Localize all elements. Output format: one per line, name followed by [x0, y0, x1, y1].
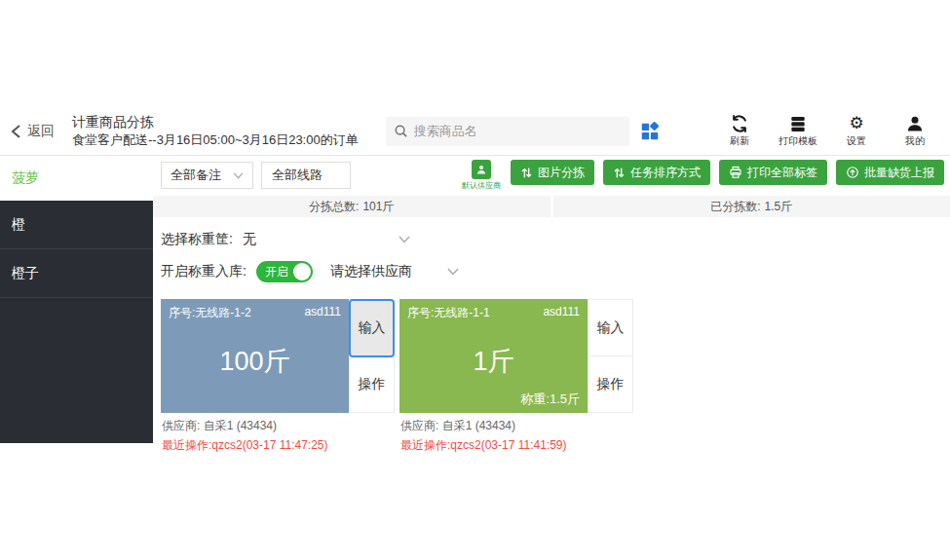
weigh-storage-label: 开启称重入库:: [161, 263, 247, 280]
profile-label: 我的: [905, 134, 925, 148]
basket-select[interactable]: 无: [243, 231, 410, 248]
main-content: 全部备注 全部线路 默认供应商: [153, 156, 950, 454]
basket-row: 选择称重筐: 无: [153, 228, 950, 251]
toolbar: 默认供应商 图片分拣 任务排序方式: [461, 160, 944, 191]
task-sort-mode-label: 任务排序方式: [630, 165, 701, 181]
filter-row: 全部备注 全部线路 默认供应商: [153, 156, 950, 195]
task-card: 序号:无线路-1-2 asd111 100斤 输入 操作 供应商: 自采1 (4…: [161, 299, 395, 454]
total-sorting-label: 分拣总数:: [309, 199, 359, 215]
task-sort-mode-button[interactable]: 任务排序方式: [603, 160, 710, 185]
refresh-icon: [730, 114, 749, 133]
print-all-labels-label: 打印全部标签: [747, 165, 817, 181]
remark-filter-value: 全部备注: [171, 167, 221, 184]
default-supplier-button[interactable]: 默认供应商: [461, 160, 502, 191]
page-subtitle: 食堂客户配送--3月16日05:00~3月16日23:00的订单: [72, 131, 359, 149]
chevron-down-icon: [399, 236, 410, 243]
default-supplier-label: 默认供应商: [462, 180, 501, 191]
gear-icon: ⚙: [849, 114, 863, 133]
sort-arrows-icon: [520, 167, 533, 179]
task-card-body[interactable]: 序号:无线路-1-2 asd111 100斤: [161, 299, 349, 413]
print-all-labels-button[interactable]: 打印全部标签: [719, 160, 827, 185]
remark-filter-select[interactable]: 全部备注: [161, 162, 253, 189]
toggle-on-label: 开启: [265, 264, 288, 280]
task-card: 序号:无线路-1-1 asd111 1斤 称重:1.5斤 输入 操作 供应商: …: [399, 299, 633, 454]
sidebar-dark-panel: 橙 橙子: [0, 201, 153, 443]
supplier-person-icon: [472, 160, 491, 179]
weigh-storage-row: 开启称重入库: 开启 请选择供应商: [153, 259, 950, 284]
card-buttons: 输入 操作: [588, 299, 633, 413]
page-title: 计重商品分拣: [72, 113, 359, 131]
card-quantity: 100斤: [161, 299, 349, 413]
settings-button[interactable]: ⚙ 设置: [835, 114, 878, 148]
basket-label: 选择称重筐:: [161, 231, 233, 248]
sorted-label: 已分拣数:: [710, 199, 760, 215]
sidebar-item-orange[interactable]: 橙: [0, 201, 153, 249]
route-filter-value: 全部线路: [272, 167, 323, 184]
supplier-select[interactable]: 请选择供应商: [330, 263, 459, 280]
card-footer: 供应商: 自采1 (43434) 最近操作:qzcs2(03-17 11:41:…: [399, 413, 633, 454]
report-circle-icon: [846, 166, 859, 179]
search-box[interactable]: [386, 117, 629, 146]
chevron-down-icon: [233, 172, 244, 179]
sidebar-item-label: 橙: [12, 216, 25, 234]
back-button[interactable]: 返回: [10, 123, 55, 140]
sort-arrows-icon: [613, 167, 626, 179]
sidebar-item-orange2[interactable]: 橙子: [0, 249, 153, 298]
top-header: 返回 计重商品分拣 食堂客户配送--3月16日05:00~3月16日23:00的…: [0, 107, 950, 156]
sidebar-item-label: 菠萝: [12, 169, 39, 187]
back-label: 返回: [27, 123, 55, 140]
chevron-down-icon: [447, 268, 459, 276]
card-last-operation: 最近操作:qzcs2(03-17 11:47:25): [162, 437, 395, 454]
action-button[interactable]: 操作: [349, 357, 395, 413]
sidebar-item-label: 橙子: [12, 265, 39, 282]
chevron-left-icon: [10, 124, 23, 139]
input-button[interactable]: 输入: [588, 299, 633, 356]
input-button[interactable]: 输入: [349, 299, 395, 357]
settings-label: 设置: [847, 134, 866, 148]
weigh-storage-toggle[interactable]: 开启: [256, 261, 313, 282]
total-sorting-value: 101斤: [362, 199, 394, 215]
search-icon: [394, 124, 408, 138]
refresh-button[interactable]: 刷新: [718, 114, 761, 148]
card-supplier: 供应商: 自采1 (43434): [400, 418, 633, 434]
printer-icon: [729, 166, 742, 179]
supplier-placeholder: 请选择供应商: [330, 263, 412, 280]
print-template-button[interactable]: 打印模板: [777, 114, 819, 148]
sorted-value: 1.5斤: [765, 199, 793, 215]
card-buttons: 输入 操作: [349, 299, 395, 413]
card-weighed-value: 称重:1.5斤: [520, 391, 580, 408]
apps-grid-icon[interactable]: [639, 121, 661, 142]
search-input[interactable]: [414, 124, 599, 138]
card-supplier: 供应商: 自采1 (43434): [162, 418, 395, 434]
card-footer: 供应商: 自采1 (43434) 最近操作:qzcs2(03-17 11:47:…: [161, 413, 395, 454]
print-template-label: 打印模板: [779, 134, 817, 148]
header-actions: 刷新 打印模板 ⚙ 设置 我的: [718, 114, 936, 148]
profile-button[interactable]: 我的: [893, 114, 936, 148]
person-icon: [905, 114, 925, 133]
basket-value: 无: [243, 231, 256, 248]
image-sorting-button[interactable]: 图片分拣: [511, 160, 594, 185]
bulk-outofstock-report-label: 批量缺货上报: [864, 165, 934, 181]
sorted-stat: 已分拣数: 1.5斤: [553, 196, 950, 217]
refresh-label: 刷新: [730, 134, 749, 148]
title-block: 计重商品分拣 食堂客户配送--3月16日05:00~3月16日23:00的订单: [72, 113, 359, 148]
total-sorting-stat: 分拣总数: 101斤: [153, 196, 551, 217]
bulk-outofstock-report-button[interactable]: 批量缺货上报: [836, 160, 944, 185]
task-card-body[interactable]: 序号:无线路-1-1 asd111 1斤 称重:1.5斤: [399, 299, 588, 413]
card-last-operation: 最近操作:qzcs2(03-17 11:41:59): [400, 437, 633, 454]
stats-row: 分拣总数: 101斤 已分拣数: 1.5斤: [153, 196, 950, 217]
product-sidebar: 菠萝 橙 橙子: [0, 156, 153, 443]
toggle-knob: [293, 263, 311, 280]
task-cards: 序号:无线路-1-2 asd111 100斤 输入 操作 供应商: 自采1 (4…: [153, 299, 950, 454]
sidebar-item-pineapple[interactable]: 菠萝: [0, 156, 153, 201]
action-button[interactable]: 操作: [588, 356, 633, 413]
image-sorting-label: 图片分拣: [538, 165, 585, 181]
print-template-icon: [788, 114, 808, 133]
route-filter-input[interactable]: 全部线路: [261, 162, 351, 189]
